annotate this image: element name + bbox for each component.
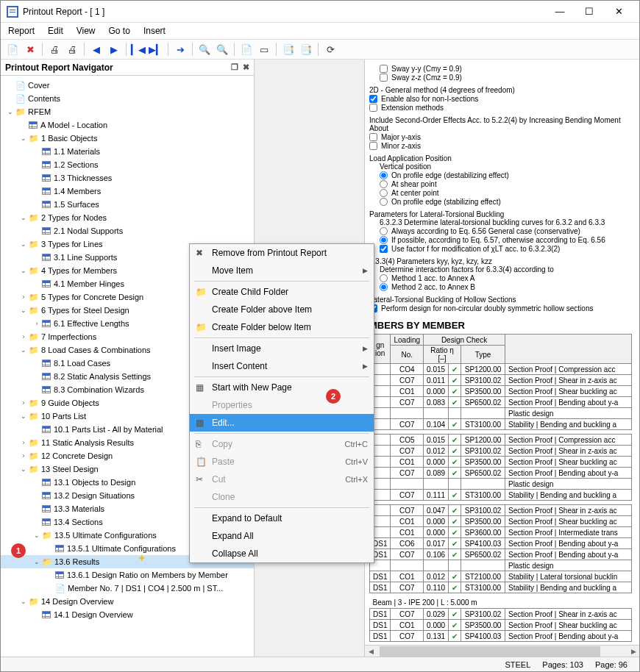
new-icon[interactable]: 📄 [5, 42, 20, 57]
ltb-factor-checkbox[interactable] [380, 245, 388, 253]
tree-toggle[interactable]: ⌄ [18, 412, 29, 420]
tree-toggle[interactable]: ⌄ [18, 240, 29, 248]
menu-item[interactable]: ▦Edit... [190, 414, 374, 432]
export2-icon[interactable]: 📑 [299, 42, 313, 57]
menu-item[interactable]: Move Item▶ [190, 262, 374, 279]
sway-zz-checkbox[interactable] [380, 74, 388, 82]
horizontal-scrollbar[interactable]: ◀ ▶ [365, 645, 639, 657]
nav-first-icon[interactable]: ▎◀ [131, 42, 146, 57]
grid-icon [55, 571, 64, 579]
menu-item[interactable]: Insert Image▶ [190, 340, 374, 357]
menu-edit[interactable]: Edit [48, 26, 63, 36]
menu-goto[interactable]: Go to [109, 26, 130, 36]
menu-item[interactable]: ▦Start with New Page [190, 379, 374, 396]
ltb-656-radio[interactable] [380, 227, 388, 235]
table-row: Plastic design [370, 560, 632, 571]
tree-item[interactable]: A Model - Location [1, 118, 254, 132]
tree-item[interactable]: 📄Member No. 7 | DS1 | CO4 | 2.500 m | ST… [1, 582, 254, 595]
tree-toggle[interactable]: ⌄ [5, 108, 15, 115]
tree-item[interactable]: 1.1 Materials [1, 145, 254, 158]
menu-view[interactable]: View [77, 26, 96, 36]
tree-toggle[interactable]: ⌄ [18, 465, 29, 473]
load-shear-radio[interactable] [380, 180, 388, 188]
tree-item[interactable]: 14.1 Design Overview [1, 608, 254, 621]
tree-label: 13.5 Ultimate Configurations [54, 531, 157, 540]
nav-next-icon[interactable]: ▶ [107, 42, 121, 57]
undock-icon[interactable]: ❐ [231, 62, 238, 72]
tree-toggle[interactable]: ⌄ [18, 346, 29, 354]
tree-item[interactable]: 1.3 Thicknesses [1, 171, 254, 185]
menu-item-label: Expand to Default [212, 513, 368, 523]
enable-noni-checkbox[interactable] [369, 95, 377, 103]
delete-icon[interactable]: ✖ [23, 42, 38, 57]
grid-icon [29, 121, 38, 129]
context-menu[interactable]: ✖Remove from Printout ReportMove Item▶📁C… [189, 243, 374, 563]
menu-item[interactable]: Expand to Default [190, 510, 374, 527]
tree-toggle[interactable]: ⌄ [18, 307, 29, 314]
tree-toggle[interactable]: › [32, 320, 42, 327]
table-row: CO70.104✔ST3100.00Stability | Bending an… [370, 419, 632, 430]
nav-prev-icon[interactable]: ◀ [89, 42, 104, 57]
tree-toggle[interactable]: ⌄ [18, 135, 29, 142]
tree-item[interactable]: ⌄📁1 Basic Objects [1, 132, 254, 145]
tree-toggle[interactable]: ⌄ [18, 267, 29, 274]
statusbar: STEEL Pages: 103 Page: 96 [1, 657, 639, 671]
tree-item[interactable]: ⌄📁2 Types for Nodes [1, 211, 254, 224]
menu-item[interactable]: Create Folder above Item [190, 301, 374, 318]
tree-item[interactable]: 1.4 Members [1, 185, 254, 198]
close-button[interactable]: ✕ [604, 1, 633, 22]
tree-toggle[interactable]: ⌄ [18, 214, 29, 221]
minimize-button[interactable]: — [545, 1, 575, 22]
major-y-checkbox[interactable] [369, 133, 377, 141]
load-edge-radio[interactable] [380, 171, 388, 179]
load-stabil-radio[interactable] [380, 198, 388, 206]
menu-report[interactable]: Report [8, 26, 35, 36]
scroll-left-icon[interactable]: ◀ [365, 646, 377, 657]
zoom-in-icon[interactable]: 🔍 [197, 42, 212, 57]
menu-item[interactable]: ✖Remove from Printout Report [190, 244, 374, 262]
tree-label: 1.3 Thicknesses [54, 174, 112, 182]
close-panel-icon[interactable]: ✖ [243, 62, 249, 72]
print-icon[interactable]: 🖨 [47, 42, 62, 57]
tree-item[interactable]: 📄Cover [1, 79, 254, 92]
tree-item[interactable]: ⌄📁14 Design Overview [1, 595, 254, 608]
print-all-icon[interactable]: 🖨 [65, 42, 79, 57]
method1-radio[interactable] [380, 274, 388, 282]
zoom-out-icon[interactable]: 🔍 [215, 42, 230, 57]
tree-toggle[interactable]: › [18, 452, 29, 460]
scroll-thumb[interactable] [380, 646, 600, 657]
select-icon[interactable]: ▭ [257, 42, 271, 57]
tree-item[interactable]: 1.5 Surfaces [1, 198, 254, 211]
menu-item[interactable]: 📁Create Folder below Item [190, 318, 374, 336]
load-center-radio[interactable] [380, 189, 388, 197]
tree-toggle[interactable]: ⌄ [18, 598, 29, 605]
menu-item[interactable]: 📁Create Child Folder [190, 283, 374, 301]
tree-toggle[interactable]: › [18, 439, 29, 446]
scroll-right-icon[interactable]: ▶ [627, 646, 639, 657]
tree-item[interactable]: 1.2 Sections [1, 158, 254, 171]
goto-icon[interactable]: ➔ [173, 42, 188, 57]
maximize-button[interactable]: ☐ [575, 1, 604, 22]
menu-item[interactable]: Collapse All [190, 545, 374, 562]
nav-last-icon[interactable]: ▶▎ [149, 42, 163, 57]
refresh-icon[interactable]: ⟳ [323, 42, 338, 57]
tree-item[interactable]: 📄Contents [1, 92, 254, 105]
tree-item[interactable]: ⌄📁RFEM [1, 105, 254, 118]
method2-radio[interactable] [380, 283, 388, 291]
tree-item[interactable]: 13.6.1 Design Ratio on Members by Member [1, 568, 254, 582]
ltb-657-radio[interactable] [380, 236, 388, 244]
page-icon[interactable]: 📄 [239, 42, 254, 57]
tree-toggle[interactable]: ⌄ [32, 558, 42, 565]
extension-checkbox[interactable] [369, 104, 377, 112]
tree-toggle[interactable]: › [18, 293, 29, 301]
menu-item[interactable]: Expand All [190, 527, 374, 545]
export-icon[interactable]: 📑 [281, 42, 296, 57]
menu-item[interactable]: Insert Content▶ [190, 357, 374, 375]
tree-toggle[interactable]: › [18, 399, 29, 407]
tree-toggle[interactable]: ⌄ [32, 532, 42, 539]
sway-yy-checkbox[interactable] [380, 65, 388, 73]
tree-item[interactable]: 2.1 Nodal Supports [1, 224, 254, 237]
minor-z-checkbox[interactable] [369, 142, 377, 150]
menu-insert[interactable]: Insert [143, 26, 166, 36]
tree-toggle[interactable]: › [18, 333, 29, 340]
